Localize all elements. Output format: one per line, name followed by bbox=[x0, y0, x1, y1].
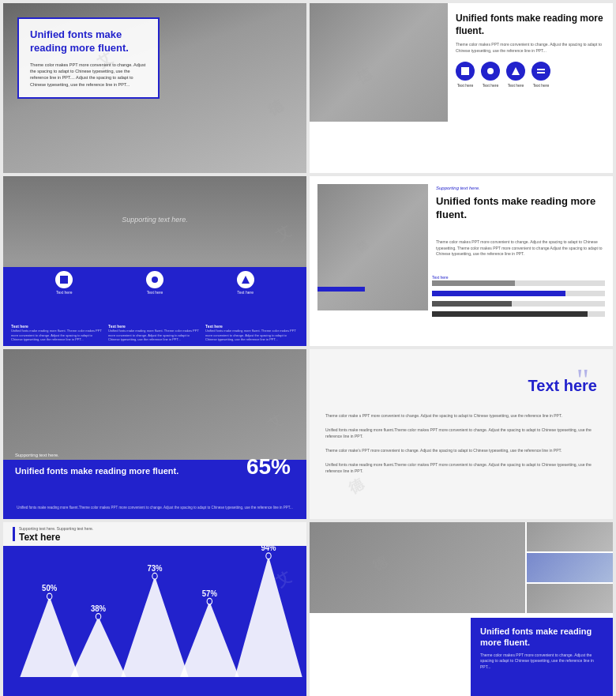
slide3-circle-1 bbox=[55, 271, 73, 288]
bar-fill-1 bbox=[432, 280, 515, 286]
svg-marker-11 bbox=[180, 601, 239, 677]
slide3-icons: Text here Text here Text here bbox=[3, 271, 306, 295]
slide8-img-small-2 bbox=[527, 553, 613, 582]
slide3-label-1: Text here bbox=[56, 290, 73, 295]
slide7-title: Text here bbox=[19, 532, 93, 543]
slide3-label-2: Text here bbox=[147, 290, 163, 295]
icon-circle-1 bbox=[456, 62, 475, 81]
icon-label-4: Text here bbox=[533, 83, 550, 88]
svg-point-18 bbox=[47, 593, 51, 600]
slide-2: Unified fonts make reading more fluent. … bbox=[310, 3, 613, 173]
slide-1: Unified fonts make reading more fluent. … bbox=[3, 3, 306, 173]
svg-rect-0 bbox=[461, 67, 469, 75]
svg-marker-2 bbox=[512, 67, 520, 75]
svg-marker-7 bbox=[242, 276, 250, 284]
slide1-overlay: Unified fonts make reading more fluent. … bbox=[17, 17, 160, 99]
slide3-circle-2 bbox=[146, 271, 163, 288]
slide2-icons: Text here Text here Text here bbox=[456, 62, 603, 88]
slide-grid: Unified fonts make reading more fluent. … bbox=[0, 0, 616, 696]
bar-label-1: Text here bbox=[432, 275, 605, 280]
slide-5: Supporting text here. Unified fonts make… bbox=[3, 349, 306, 519]
slide6-para-3: Theme color make's PPT more convenient t… bbox=[325, 447, 597, 453]
svg-text:94%: 94% bbox=[261, 546, 276, 553]
slide3-cols: Text here Unified fonts make reading mor… bbox=[11, 324, 299, 342]
slide5-bottom: Unified fonts make reading more fluent.T… bbox=[15, 506, 295, 511]
icon-circle-2 bbox=[481, 62, 500, 81]
slide1-body: Theme color makes PPT more convenient to… bbox=[30, 62, 147, 88]
icon-label-3: Text here bbox=[508, 83, 524, 88]
bar-row-4: 90% bbox=[432, 311, 605, 317]
bar-fill-3 bbox=[432, 301, 512, 307]
bar-row-3: 46% bbox=[432, 301, 605, 307]
slide2-content: Unified fonts make reading more fluent. … bbox=[456, 13, 603, 88]
svg-marker-9 bbox=[70, 616, 126, 677]
svg-text:38%: 38% bbox=[91, 603, 107, 613]
slide3-icon-1: Text here bbox=[55, 271, 73, 295]
slide8-img-small-3 bbox=[527, 584, 613, 613]
bar-fill-2 bbox=[432, 291, 565, 296]
slide2-icon-1: Text here bbox=[456, 62, 475, 88]
bar-row-2: 77% bbox=[432, 291, 605, 296]
icon-label-2: Text here bbox=[483, 83, 499, 88]
slide3-col-1: Text here Unified fonts make reading mor… bbox=[11, 324, 104, 342]
svg-text:50%: 50% bbox=[42, 583, 58, 593]
svg-text:73%: 73% bbox=[147, 562, 163, 573]
slide5-percentage: 65% bbox=[246, 454, 291, 480]
slide1-title: Unified fonts make reading more fluent. bbox=[30, 28, 147, 55]
slide3-col2-text: Unified fonts make reading more fluent. … bbox=[108, 329, 201, 342]
chart-svg: 50% 38% 73% 57% 94% bbox=[3, 546, 306, 677]
bar-fill-4 bbox=[432, 311, 588, 317]
slide4-title: Unified fonts make reading more fluent. bbox=[436, 195, 605, 222]
svg-rect-4 bbox=[537, 72, 545, 73]
slide8-img-large bbox=[310, 522, 525, 613]
slide6-text-here: Text here bbox=[528, 377, 597, 395]
slide-4: Supporting text here. Unified fonts make… bbox=[310, 176, 613, 346]
slide8-img-col bbox=[527, 522, 613, 613]
slide3-col-3: Text here Unified fonts make reading mor… bbox=[205, 324, 299, 342]
slide8-body: Theme color makes PPT more convenient to… bbox=[480, 653, 603, 671]
icon-circle-3 bbox=[506, 62, 525, 81]
bar-track-2: 77% bbox=[432, 291, 605, 296]
svg-rect-5 bbox=[60, 276, 68, 284]
slide6-para3-text: Theme color make's PPT more convenient t… bbox=[325, 447, 597, 453]
bar-track-4: 90% bbox=[432, 311, 605, 317]
bar-track-1: 48% bbox=[432, 280, 605, 286]
slide8-blue-box: Unified fonts make reading more fluent. … bbox=[471, 618, 613, 696]
svg-rect-3 bbox=[537, 69, 545, 70]
slide2-icon-2: Text here bbox=[481, 62, 500, 88]
slide7-chart: 50% 38% 73% 57% 94% bbox=[3, 546, 306, 677]
slide-8: Unified fonts make reading more fluent. … bbox=[310, 522, 613, 696]
icon-label-1: Text here bbox=[457, 83, 474, 88]
slide-6: " Text here Theme color make s PPT more … bbox=[310, 349, 613, 519]
slide4-supporting: Supporting text here. bbox=[436, 186, 605, 190]
slide6-para-4: Unified fonts make reading more fluent.T… bbox=[325, 461, 597, 474]
slide7-top-bar: Supporting text here. Supporting text he… bbox=[3, 522, 306, 546]
svg-marker-10 bbox=[121, 576, 188, 677]
slide6-para2-text: Unified fonts make reading more fluent.T… bbox=[325, 427, 597, 439]
svg-marker-8 bbox=[20, 596, 79, 677]
slide2-title: Unified fonts make reading more fluent. bbox=[456, 13, 603, 37]
svg-point-21 bbox=[207, 598, 212, 604]
slide8-img-small-1 bbox=[527, 522, 613, 551]
slide4-blue-accent bbox=[317, 287, 365, 292]
slide4-bars: Text here 48% 77% 46% bbox=[432, 275, 605, 322]
slide6-para1-text: Theme color make s PPT more convenient t… bbox=[325, 412, 597, 419]
slide8-images bbox=[310, 522, 613, 613]
slide3-label-3: Text here bbox=[237, 290, 254, 295]
slide-3: Supporting text here. Text here Text her… bbox=[3, 176, 306, 346]
slide3-supporting: Supporting text here. bbox=[3, 216, 306, 224]
slide8-title: Unified fonts make reading more fluent. bbox=[480, 626, 603, 649]
slide6-para4-text: Unified fonts make reading more fluent.T… bbox=[325, 461, 597, 474]
slide3-col3-text: Unified fonts make reading more fluent. … bbox=[205, 329, 299, 342]
slide3-circle-3 bbox=[237, 271, 254, 288]
slide7-supporting: Supporting text here. Supporting text he… bbox=[19, 526, 93, 532]
slide3-col-2: Text here Unified fonts make reading mor… bbox=[108, 324, 201, 342]
slide6-para-1: Theme color make s PPT more convenient t… bbox=[325, 412, 597, 419]
slide2-img bbox=[310, 3, 448, 122]
svg-point-22 bbox=[266, 553, 271, 559]
slide3-col1-text: Unified fonts make reading more fluent. … bbox=[11, 329, 104, 342]
bar-track-3: 46% bbox=[432, 301, 605, 307]
slide6-paragraphs: Theme color make s PPT more convenient t… bbox=[325, 412, 597, 482]
svg-point-6 bbox=[152, 277, 158, 283]
slide7-bar-line bbox=[13, 527, 15, 541]
